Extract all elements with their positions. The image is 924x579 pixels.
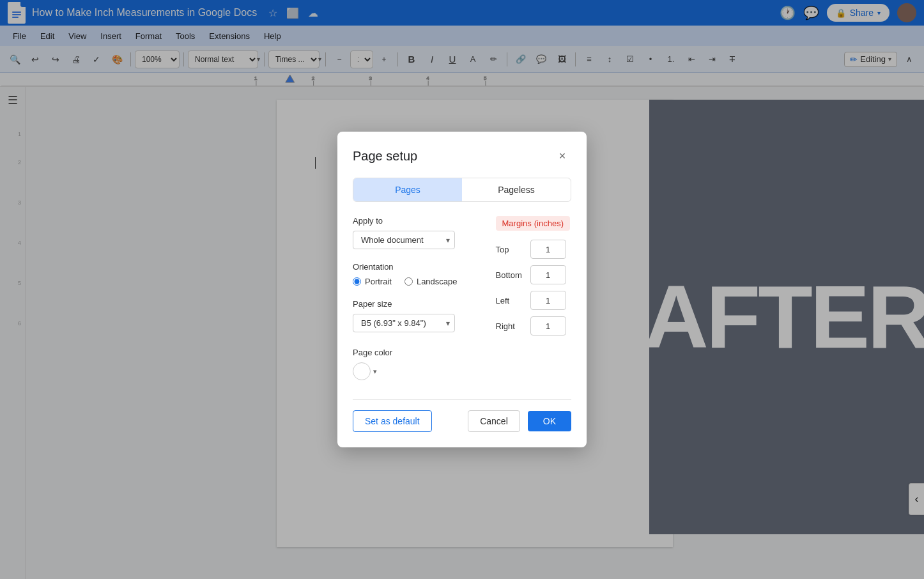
right-column: Margins (inches) Top Bottom Left	[496, 216, 624, 380]
portrait-label: Portrait	[365, 277, 392, 286]
top-margin-input[interactable]	[530, 240, 566, 259]
paper-size-section: Paper size B5 (6.93" x 9.84") ▾	[353, 299, 458, 345]
bottom-margin-input[interactable]	[530, 265, 566, 284]
right-margin-label: Right	[496, 321, 523, 331]
apply-to-container: Whole document ▾	[353, 231, 455, 249]
orientation-options: Portrait Landscape	[353, 277, 458, 286]
modal-title: Page setup	[353, 149, 417, 164]
paper-size-label: Paper size	[353, 299, 458, 309]
paper-size-select[interactable]: B5 (6.93" x 9.84")	[353, 314, 455, 332]
modal-footer: Set as default Cancel OK	[353, 399, 571, 432]
modal-body: Apply to Whole document ▾ Orientation Po…	[353, 216, 571, 380]
tab-pageless[interactable]: Pageless	[462, 178, 571, 201]
right-margin-input[interactable]	[530, 316, 566, 336]
modal-overlay: Page setup × Pages Pageless Apply to Who…	[0, 0, 924, 579]
portrait-option[interactable]: Portrait	[353, 277, 392, 286]
ok-button[interactable]: OK	[528, 411, 571, 431]
right-margin-row: Right	[496, 316, 624, 336]
landscape-radio[interactable]	[404, 277, 413, 286]
modal-header: Page setup ×	[353, 147, 571, 165]
orientation-label: Orientation	[353, 262, 458, 272]
top-margin-row: Top	[496, 240, 624, 259]
page-color-label: Page color	[353, 348, 458, 357]
margins-header: Margins (inches)	[496, 216, 571, 231]
landscape-option[interactable]: Landscape	[404, 277, 458, 286]
set-as-default-button[interactable]: Set as default	[353, 410, 432, 432]
orientation-section: Orientation Portrait Landscape	[353, 262, 458, 286]
tab-pages[interactable]: Pages	[353, 178, 462, 201]
page-color-section: Page color ▾	[353, 348, 458, 380]
margins-unit: (inches)	[534, 219, 564, 228]
page-color-container: ▾	[353, 362, 458, 380]
margins-label: Margins	[502, 219, 532, 228]
bottom-margin-row: Bottom	[496, 265, 624, 284]
left-margin-row: Left	[496, 291, 624, 310]
left-margin-label: Left	[496, 296, 523, 305]
paper-size-container: B5 (6.93" x 9.84") ▾	[353, 314, 455, 332]
cancel-button[interactable]: Cancel	[468, 410, 520, 432]
left-margin-input[interactable]	[530, 291, 566, 310]
page-setup-dialog: Page setup × Pages Pageless Apply to Who…	[337, 132, 587, 447]
left-column: Apply to Whole document ▾ Orientation Po…	[353, 216, 458, 380]
bottom-margin-label: Bottom	[496, 270, 523, 280]
color-dropdown-icon[interactable]: ▾	[373, 367, 377, 376]
apply-to-label: Apply to	[353, 216, 458, 226]
apply-to-select[interactable]: Whole document	[353, 231, 455, 249]
portrait-radio[interactable]	[353, 277, 361, 286]
landscape-label: Landscape	[417, 277, 458, 286]
modal-close-button[interactable]: ×	[553, 147, 571, 165]
modal-tabs: Pages Pageless	[353, 178, 571, 202]
page-color-swatch[interactable]	[353, 362, 371, 380]
top-margin-label: Top	[496, 245, 523, 254]
